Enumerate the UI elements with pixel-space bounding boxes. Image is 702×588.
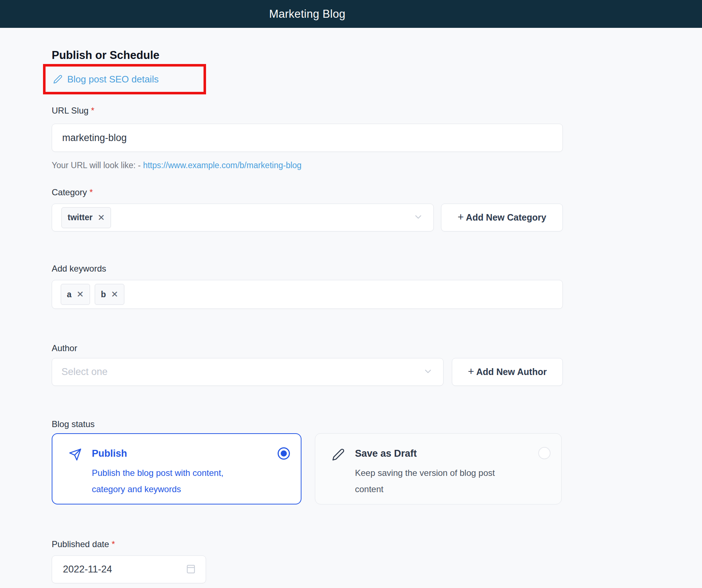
chevron-down-icon (413, 212, 423, 223)
main-content: Publish or Schedule Blog post SEO detail… (0, 49, 702, 583)
category-tag: twitter ✕ (61, 207, 111, 228)
app-header: Marketing Blog (0, 0, 702, 28)
published-date-label: Published date* (52, 539, 702, 550)
pencil-icon (332, 448, 345, 463)
blog-status-label: Blog status (52, 419, 702, 430)
send-icon (69, 448, 82, 463)
url-slug-label: URL Slug* (52, 105, 702, 116)
keywords-input[interactable]: a ✕ b ✕ (52, 280, 563, 309)
draft-option-description: Keep saving the version of blog post con… (355, 465, 510, 497)
draft-radio[interactable] (538, 447, 551, 459)
publish-radio[interactable] (278, 447, 290, 460)
add-new-author-label: Add New Author (476, 367, 547, 377)
category-tag-label: twitter (68, 213, 93, 222)
remove-category-icon[interactable]: ✕ (98, 213, 105, 222)
published-date-value: 2022-11-24 (63, 564, 185, 575)
seo-details-label: Blog post SEO details (67, 74, 159, 85)
keyword-tag: b ✕ (95, 284, 124, 305)
draft-option-title: Save as Draft (355, 447, 510, 460)
url-helper-link[interactable]: https://www.example.com/b/marketing-blog (143, 161, 301, 170)
published-date-input[interactable]: 2022-11-24 (52, 555, 206, 583)
keywords-label: Add keywords (52, 263, 702, 274)
calendar-icon[interactable] (185, 563, 196, 576)
blog-status-options: Publish Publish the blog post with conte… (52, 433, 702, 504)
keyword-tag-label: b (101, 290, 106, 299)
seo-highlight-box: Blog post SEO details (43, 64, 206, 94)
url-slug-value: marketing-blog (62, 132, 127, 144)
keyword-tag: a ✕ (61, 284, 90, 305)
plus-icon: + (458, 211, 464, 223)
add-new-category-label: Add New Category (466, 212, 546, 223)
category-select[interactable]: twitter ✕ (52, 204, 434, 231)
author-select[interactable]: Select one (52, 358, 444, 386)
publish-option-title: Publish (92, 447, 236, 460)
plus-icon: + (468, 366, 474, 378)
page-title: Marketing Blog (269, 8, 346, 21)
required-asterisk: * (91, 106, 94, 115)
keyword-tag-label: a (67, 290, 72, 299)
category-row: twitter ✕ + Add New Category (52, 204, 702, 231)
status-option-publish[interactable]: Publish Publish the blog post with conte… (52, 433, 301, 504)
required-asterisk: * (89, 187, 93, 197)
status-option-draft[interactable]: Save as Draft Keep saving the version of… (315, 433, 562, 504)
author-row: Select one + Add New Author (52, 358, 702, 386)
remove-keyword-icon[interactable]: ✕ (111, 290, 118, 299)
author-label: Author (52, 343, 702, 354)
author-placeholder: Select one (61, 366, 108, 378)
add-new-author-button[interactable]: + Add New Author (452, 358, 563, 386)
add-new-category-button[interactable]: + Add New Category (441, 204, 563, 231)
section-heading: Publish or Schedule (52, 49, 702, 62)
header-title-wrap: Marketing Blog (0, 8, 615, 21)
url-slug-input[interactable]: marketing-blog (52, 124, 563, 152)
publish-option-description: Publish the blog post with content, cate… (92, 465, 236, 497)
remove-keyword-icon[interactable]: ✕ (77, 290, 84, 299)
required-asterisk: * (112, 539, 115, 549)
pencil-icon (53, 74, 63, 84)
category-label: Category* (52, 187, 702, 198)
chevron-down-icon (423, 366, 433, 378)
seo-details-link[interactable]: Blog post SEO details (53, 74, 159, 85)
url-helper-text: Your URL will look like: - https://www.e… (52, 160, 702, 170)
